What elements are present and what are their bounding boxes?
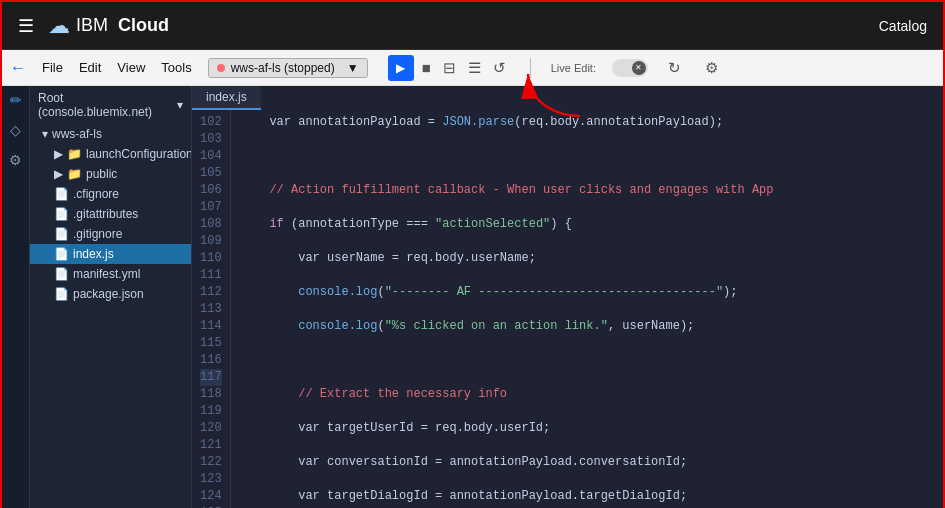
settings-button[interactable]: ⚙ — [701, 57, 722, 79]
toolbar-buttons: ▶ ■ ⊟ ☰ ↺ — [388, 55, 510, 81]
editor-tab-indexjs[interactable]: index.js — [192, 86, 261, 110]
sidebar-item-launchconfigurations[interactable]: ▶ 📁 launchConfigurations — [30, 144, 191, 164]
sidebar-item-label: package.json — [73, 287, 144, 301]
project-name: wws-af-ls — [52, 127, 102, 141]
tab-label: index.js — [206, 90, 247, 104]
toggle-knob: ✕ — [632, 61, 646, 75]
root-chevron-icon: ▾ — [177, 98, 183, 112]
brand-cloud: Cloud — [118, 15, 169, 35]
file-icon: 📄 — [54, 247, 69, 261]
editor-area[interactable]: index.js 102103104105 106107108109 11011… — [192, 86, 943, 508]
file-icon: 📄 — [54, 267, 69, 281]
sidebar-item-gitignore[interactable]: 📄 .gitignore — [30, 224, 191, 244]
line-numbers: 102103104105 106107108109 110111112113 1… — [192, 110, 231, 508]
sidebar-root[interactable]: Root (console.bluemix.net) ▾ — [30, 86, 191, 124]
run-config-label: wws-af-ls (stopped) — [231, 61, 335, 75]
list-icon[interactable]: ☰ — [464, 57, 485, 79]
restart-button[interactable]: ⊟ — [439, 57, 460, 79]
live-edit-label: Live Edit: — [551, 62, 596, 74]
root-label: Root (console.bluemix.net) — [38, 91, 173, 119]
sidebar-item-gitattributes[interactable]: 📄 .gitattributes — [30, 204, 191, 224]
back-button[interactable]: ← — [10, 59, 26, 77]
edit-icon[interactable]: ✏ — [10, 92, 22, 108]
live-edit-toggle[interactable]: ✕ — [612, 59, 648, 77]
dropdown-chevron-icon[interactable]: ▼ — [347, 61, 359, 75]
refresh-button[interactable]: ↻ — [664, 57, 685, 79]
sidebar-item-label: .gitignore — [73, 227, 122, 241]
code-editor[interactable]: 102103104105 106107108109 110111112113 1… — [192, 110, 943, 508]
sidebar-item-label: manifest.yml — [73, 267, 140, 281]
menu-bar: ← File Edit View Tools wws-af-ls (stoppe… — [2, 50, 943, 86]
sidebar-item-indexjs[interactable]: 📄 index.js — [30, 244, 191, 264]
menu-view[interactable]: View — [117, 60, 145, 75]
folder-icon: 📁 — [67, 167, 82, 181]
sidebar-item-label: launchConfigurations — [86, 147, 192, 161]
menu-file[interactable]: File — [42, 60, 63, 75]
run-config-dropdown[interactable]: wws-af-ls (stopped) ▼ — [208, 58, 368, 78]
nav-right: Catalog — [879, 17, 927, 35]
stop-button[interactable]: ■ — [418, 57, 435, 78]
menu-edit[interactable]: Edit — [79, 60, 101, 75]
sidebar-icon-strip: ✏ ◇ ⚙ — [2, 86, 30, 508]
file-icon: 📄 — [54, 227, 69, 241]
sidebar-item-label: index.js — [73, 247, 114, 261]
top-nav-bar: ☰ ☁ IBM Cloud Catalog — [2, 2, 943, 50]
run-status-dot — [217, 64, 225, 72]
sidebar-item-manifestyml[interactable]: 📄 manifest.yml — [30, 264, 191, 284]
debug-button[interactable]: ↺ — [489, 57, 510, 79]
file-tree-sidebar: Root (console.bluemix.net) ▾ ▾ wws-af-ls… — [30, 86, 192, 508]
file-icon: 📄 — [54, 207, 69, 221]
sidebar-project-folder[interactable]: ▾ wws-af-ls — [30, 124, 191, 144]
sidebar-item-public[interactable]: ▶ 📁 public — [30, 164, 191, 184]
sidebar-item-packagejson[interactable]: 📄 package.json — [30, 284, 191, 304]
sidebar-item-label: .gitattributes — [73, 207, 138, 221]
sidebar-item-label: .cfignore — [73, 187, 119, 201]
diamond-icon[interactable]: ◇ — [10, 122, 21, 138]
hamburger-menu-icon[interactable]: ☰ — [18, 15, 34, 37]
brand-name: IBM Cloud — [76, 15, 169, 36]
folder-expand-icon: ▾ — [42, 127, 48, 141]
file-icon: 📄 — [54, 187, 69, 201]
code-content[interactable]: var annotationPayload = JSON.parse(req.b… — [231, 110, 943, 508]
brand-ibm: IBM — [76, 15, 108, 35]
gear-icon[interactable]: ⚙ — [9, 152, 22, 168]
folder-icon: 📁 — [67, 147, 82, 161]
folder-arrow-icon: ▶ — [54, 147, 63, 161]
catalog-link[interactable]: Catalog — [879, 18, 927, 34]
cloud-icon: ☁ — [48, 13, 70, 39]
main-content: ✏ ◇ ⚙ Root (console.bluemix.net) ▾ ▾ wws… — [2, 86, 943, 508]
file-icon: 📄 — [54, 287, 69, 301]
sidebar-item-label: public — [86, 167, 117, 181]
folder-arrow-icon: ▶ — [54, 167, 63, 181]
toolbar-separator — [530, 58, 531, 78]
sidebar-item-cfignore[interactable]: 📄 .cfignore — [30, 184, 191, 204]
menu-tools[interactable]: Tools — [161, 60, 191, 75]
play-button[interactable]: ▶ — [388, 55, 414, 81]
